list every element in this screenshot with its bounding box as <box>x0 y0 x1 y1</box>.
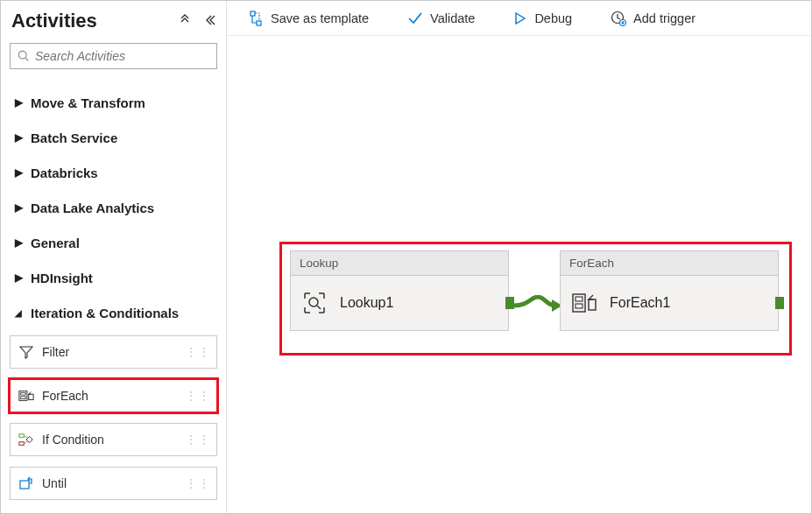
svg-rect-4 <box>21 397 25 399</box>
svg-rect-12 <box>257 21 261 25</box>
category-batch-service[interactable]: ▶ Batch Service <box>10 120 217 155</box>
debug-button[interactable]: Debug <box>513 11 572 25</box>
collapse-panel-icon[interactable] <box>203 14 215 29</box>
svg-rect-6 <box>19 434 24 438</box>
drag-handle-icon: ⋮⋮ <box>185 345 211 359</box>
svg-rect-18 <box>575 297 583 301</box>
connector-arrow <box>512 295 564 316</box>
category-general[interactable]: ▶ General <box>10 225 217 260</box>
main-area: Save as template Validate Debug Add trig… <box>227 1 811 513</box>
svg-point-0 <box>18 51 26 59</box>
caret-right-icon: ▶ <box>10 271 27 284</box>
category-label: Batch Service <box>31 130 117 145</box>
svg-line-8 <box>24 436 28 439</box>
play-icon <box>513 11 527 25</box>
validate-button[interactable]: Validate <box>407 11 475 25</box>
toolbar-label: Add trigger <box>633 11 695 25</box>
svg-rect-20 <box>589 299 596 310</box>
category-label: Iteration & Conditionals <box>31 306 179 320</box>
template-icon <box>248 11 264 26</box>
activity-until[interactable]: Until ⋮⋮ <box>10 467 217 500</box>
collapse-all-icon[interactable] <box>179 14 191 29</box>
lookup-icon <box>301 290 328 316</box>
activity-label: If Condition <box>42 433 104 447</box>
toolbar-label: Validate <box>430 11 475 25</box>
activities-title: Activities <box>11 10 97 32</box>
svg-rect-10 <box>20 481 29 489</box>
category-label: HDInsight <box>31 271 93 285</box>
activity-label: Filter <box>42 345 69 359</box>
caret-right-icon: ▶ <box>10 236 27 249</box>
svg-point-15 <box>309 298 318 306</box>
activity-foreach[interactable]: ForEach ⋮⋮ <box>10 379 217 412</box>
check-icon <box>407 11 423 25</box>
caret-down-icon: ◢ <box>10 308 27 318</box>
activity-label: ForEach <box>42 389 88 403</box>
category-label: Data Lake Analytics <box>31 201 154 215</box>
svg-rect-3 <box>21 392 25 395</box>
svg-line-16 <box>317 306 321 309</box>
filter-icon <box>18 345 35 359</box>
activities-header: Activities <box>10 10 217 32</box>
category-databricks[interactable]: ▶ Databricks <box>10 155 217 190</box>
svg-rect-7 <box>19 442 24 446</box>
activity-filter[interactable]: Filter ⋮⋮ <box>10 335 217 369</box>
node-name: Lookup1 <box>340 295 393 311</box>
drag-handle-icon: ⋮⋮ <box>185 389 211 403</box>
node-foreach[interactable]: ForEach ForEach1 <box>560 250 779 331</box>
caret-right-icon: ▶ <box>10 166 27 179</box>
toolbar-label: Save as template <box>271 11 369 25</box>
activity-if-condition[interactable]: If Condition ⋮⋮ <box>10 423 217 456</box>
svg-line-9 <box>24 441 28 444</box>
if-icon <box>18 433 35 447</box>
node-lookup[interactable]: Lookup Lookup1 <box>290 250 509 331</box>
toolbar-label: Debug <box>534 11 572 25</box>
node-type-label: Lookup <box>291 251 508 276</box>
category-label: Databricks <box>31 165 98 180</box>
activities-panel: Activities ▶ Move & Transform ▶ Batch Se… <box>1 1 227 513</box>
node-type-label: ForEach <box>561 251 778 276</box>
search-icon <box>18 50 30 62</box>
caret-right-icon: ▶ <box>10 201 27 214</box>
save-as-template-button[interactable]: Save as template <box>248 11 369 26</box>
foreach-icon <box>571 292 597 314</box>
caret-right-icon: ▶ <box>10 131 27 144</box>
search-field[interactable] <box>35 49 209 63</box>
node-name: ForEach1 <box>610 295 670 311</box>
search-activities-input[interactable] <box>10 43 217 69</box>
add-trigger-icon <box>611 11 626 26</box>
until-icon <box>18 476 35 490</box>
foreach-icon <box>18 389 35 403</box>
pipeline-canvas[interactable]: Lookup Lookup1 ForEach ForEach1 <box>227 36 811 513</box>
drag-handle-icon: ⋮⋮ <box>185 433 211 447</box>
add-trigger-button[interactable]: Add trigger <box>611 11 695 26</box>
category-hdinsight[interactable]: ▶ HDInsight <box>10 260 217 295</box>
category-label: Move & Transform <box>31 95 145 110</box>
output-port[interactable] <box>775 297 784 309</box>
pipeline-toolbar: Save as template Validate Debug Add trig… <box>227 1 811 36</box>
drag-handle-icon: ⋮⋮ <box>185 476 211 490</box>
category-data-lake-analytics[interactable]: ▶ Data Lake Analytics <box>10 190 217 225</box>
activity-label: Until <box>42 476 67 490</box>
svg-rect-5 <box>29 394 33 399</box>
svg-rect-19 <box>575 304 583 308</box>
svg-line-1 <box>25 58 28 60</box>
category-move-transform[interactable]: ▶ Move & Transform <box>10 85 217 120</box>
category-label: General <box>31 236 80 250</box>
svg-rect-11 <box>251 11 255 16</box>
caret-right-icon: ▶ <box>10 96 27 109</box>
category-iteration-conditionals[interactable]: ◢ Iteration & Conditionals <box>10 295 217 330</box>
